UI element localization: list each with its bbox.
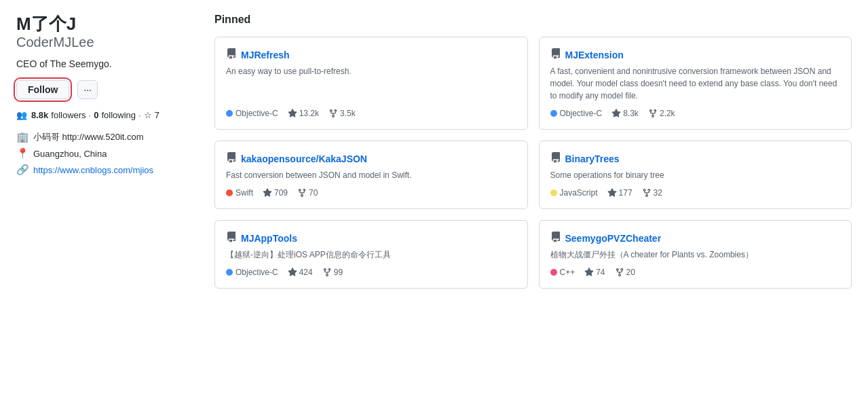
card-title-link[interactable]: BinaryTrees [565, 153, 620, 164]
profile-bio: CEO of The Seemygo. [16, 58, 193, 69]
following-label: following [101, 110, 136, 120]
language-item: Objective-C [226, 109, 278, 118]
card-header: BinaryTrees [550, 152, 841, 165]
dot-separator-2: · [138, 110, 141, 120]
language-item: C++ [550, 268, 575, 277]
followers-count: 8.8k [31, 110, 48, 120]
card-header: MJExtension [550, 48, 841, 61]
profile-display-name: M了个J [16, 14, 193, 35]
language-dot [550, 189, 557, 196]
card-description: Fast conversion between JSON and model i… [226, 169, 516, 181]
language-dot [226, 269, 233, 276]
star-icon: ☆ [144, 110, 152, 120]
stars-stat: 177 [607, 188, 633, 198]
card-title-link[interactable]: MJRefresh [241, 50, 290, 60]
pinned-card: kakaopensource/KakaJSON Fast conversion … [214, 141, 528, 209]
pinned-card: SeemygoPVZCheater 植物大战僵尸外挂（A cheater for… [539, 220, 852, 289]
more-options-button[interactable]: ··· [77, 80, 98, 99]
forks-count: 32 [654, 188, 662, 198]
stars-count: 177 [619, 188, 633, 198]
stars-stat: 8.3k [611, 109, 639, 118]
language-item: Objective-C [226, 268, 278, 277]
stars-stat: 13.2k [288, 109, 319, 118]
card-header: SeemygoPVZCheater [550, 232, 841, 244]
building-icon: 🏢 [16, 131, 29, 143]
meta-link: 🔗 https://www.cnblogs.com/mjios [16, 164, 193, 176]
repo-icon [550, 48, 561, 61]
profile-username: CoderMJLee [16, 35, 193, 50]
card-stats: Objective-C 13.2k 3.5k [226, 109, 516, 118]
card-stats: C++ 74 20 [550, 268, 841, 277]
card-title-link[interactable]: SeemygoPVZCheater [565, 233, 662, 244]
location-text: Guangzhou, China [33, 149, 107, 159]
card-description: An easy way to use pull-to-refresh. [226, 65, 516, 102]
org-text: 小码哥 http://www.520it.com [33, 131, 144, 143]
language-dot [226, 110, 233, 117]
language-dot [550, 110, 557, 117]
forks-count: 70 [309, 188, 318, 198]
stars-count: 8.3k [623, 109, 639, 118]
dot-separator-1: · [89, 110, 92, 120]
forks-stat: 99 [322, 268, 343, 277]
repo-icon [550, 152, 561, 165]
pinned-grid: MJRefresh An easy way to use pull-to-ref… [214, 37, 852, 289]
card-header: MJAppTools [226, 232, 516, 244]
follow-button[interactable]: Follow [16, 80, 69, 99]
card-title-link[interactable]: kakaopensource/KakaJSON [241, 153, 367, 164]
pinned-card: MJAppTools 【越狱-逆向】处理iOS APP信息的命令行工具 Obje… [214, 220, 528, 289]
meta-location: 📍 Guangzhou, China [16, 147, 193, 160]
stars-stat: 424 [288, 268, 313, 277]
stars-count: 74 [596, 268, 605, 277]
card-title-link[interactable]: MJAppTools [241, 233, 297, 244]
website-link[interactable]: https://www.cnblogs.com/mjios [33, 165, 153, 175]
card-description: A fast, convenient and nonintrusive conv… [550, 65, 841, 102]
card-stats: Objective-C 424 99 [226, 268, 516, 277]
forks-count: 20 [626, 268, 635, 277]
stars-count: 424 [299, 268, 313, 277]
language-item: Swift [226, 188, 253, 198]
forks-count: 99 [334, 268, 343, 277]
followers-link[interactable]: 8.8k [31, 110, 48, 120]
repo-icon [226, 232, 237, 244]
link-icon: 🔗 [16, 164, 29, 176]
forks-stat: 70 [297, 188, 318, 198]
language-dot [226, 189, 233, 196]
language-label: C++ [560, 268, 575, 277]
stats-row: 👥 8.8k followers · 0 following · ☆ 7 [16, 110, 193, 120]
card-stats: JavaScript 177 32 [550, 188, 841, 198]
stars-count: 709 [274, 188, 288, 198]
forks-count: 3.5k [340, 109, 356, 118]
language-item: JavaScript [550, 188, 598, 198]
card-header: MJRefresh [226, 48, 516, 61]
following-link[interactable]: 0 [94, 110, 98, 120]
card-title-link[interactable]: MJExtension [565, 50, 624, 60]
card-description: 【越狱-逆向】处理iOS APP信息的命令行工具 [226, 249, 516, 261]
language-label: Objective-C [235, 109, 278, 118]
card-stats: Objective-C 8.3k 2.2k [550, 109, 841, 118]
pinned-card: MJRefresh An easy way to use pull-to-ref… [214, 37, 528, 130]
stars-count: 7 [155, 110, 159, 120]
repo-icon [226, 48, 237, 61]
language-dot [550, 269, 557, 276]
card-description: 植物大战僵尸外挂（A cheater for Plants vs. Zoombi… [550, 249, 841, 261]
meta-org: 🏢 小码哥 http://www.520it.com [16, 131, 193, 143]
pinned-card: MJExtension A fast, convenient and nonin… [539, 37, 852, 130]
location-icon: 📍 [16, 147, 29, 160]
following-count: 0 [94, 110, 98, 120]
language-label: Objective-C [235, 268, 278, 277]
meta-list: 🏢 小码哥 http://www.520it.com 📍 Guangzhou, … [16, 131, 193, 176]
stars-stat: 74 [584, 268, 605, 277]
forks-count: 2.2k [660, 109, 675, 118]
stars-stat: 709 [263, 188, 288, 198]
forks-stat: 20 [615, 268, 635, 277]
card-header: kakaopensource/KakaJSON [226, 152, 516, 165]
card-stats: Swift 709 70 [226, 188, 516, 198]
forks-stat: 3.5k [328, 109, 356, 118]
ellipsis-icon: ··· [83, 84, 92, 95]
forks-stat: 2.2k [648, 109, 675, 118]
card-description: Some operations for binary tree [550, 169, 841, 181]
forks-stat: 32 [642, 188, 662, 198]
pinned-section-title: Pinned [214, 14, 852, 26]
followers-label: followers [51, 110, 86, 120]
repo-icon [226, 152, 237, 165]
